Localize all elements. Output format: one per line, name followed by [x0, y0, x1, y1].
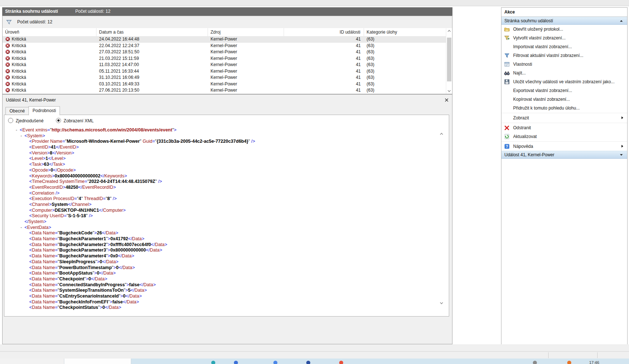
- chevron-up-icon[interactable]: [619, 19, 624, 23]
- actions-pane: Akce Stránka souhrnu událostíOtevřít ulo…: [501, 7, 628, 351]
- event-row[interactable]: Kritická11.03.2022 14:47:00Kernel-Power4…: [3, 62, 446, 68]
- event-level: Kritická: [12, 56, 26, 61]
- xml-line: <Security UserID="S-1-5-18" />: [15, 213, 435, 219]
- action-item[interactable]: Přidružit k tomuto pohledu úlohu...: [501, 104, 627, 112]
- taskbar-app-icon[interactable]: [273, 361, 277, 364]
- action-item[interactable]: Filtrovat aktuální vlastní zobrazení...: [501, 51, 627, 60]
- tab-inactive[interactable]: Obecné: [5, 107, 29, 115]
- xml-collapse-toggle[interactable]: -: [20, 225, 22, 231]
- summary-header-bar: Stránka souhrnu událostí Počet událostí:…: [2, 7, 452, 16]
- xml-line: -<Event xmlns="http://schemas.microsoft.…: [15, 127, 435, 133]
- action-section-header[interactable]: Událost 41, Kernel-Power: [501, 151, 627, 159]
- event-row[interactable]: Kritická24.04.2022 16:44:48Kernel-Power4…: [3, 36, 446, 43]
- event-row[interactable]: Kritická22.04.2022 12:24:37Kernel-Power4…: [3, 43, 446, 49]
- xml-collapse-toggle[interactable]: -: [20, 133, 22, 139]
- action-item[interactable]: Najít...: [501, 69, 627, 77]
- taskbar-app-icon[interactable]: [339, 361, 343, 364]
- task-category: (63): [364, 62, 446, 68]
- status-bar: [0, 351, 629, 359]
- action-item[interactable]: ?Nápověda: [501, 142, 627, 151]
- taskbar[interactable]: 17:46: [0, 359, 629, 364]
- action-item[interactable]: Zobrazit: [501, 114, 627, 122]
- action-label: Zobrazit: [513, 115, 529, 120]
- xml-collapse-toggle[interactable]: -: [16, 127, 17, 133]
- event-row[interactable]: Kritická03.10.2021 16:49:33Kernel-Power4…: [3, 81, 446, 88]
- taskbar-app-icon[interactable]: [533, 361, 537, 364]
- close-icon[interactable]: [444, 97, 449, 103]
- action-item[interactable]: Uložit všechny události ve vlastním zobr…: [501, 77, 627, 86]
- action-item[interactable]: Aktualizovat: [501, 132, 627, 141]
- action-item[interactable]: Kopírovat vlastní zobrazení...: [501, 95, 627, 104]
- xml-line: <Data Name="Checkpoint">0</Data>: [15, 276, 435, 282]
- scroll-down-icon[interactable]: [447, 88, 452, 93]
- event-row[interactable]: Kritická21.03.2022 15:11:59Kernel-Power4…: [3, 55, 446, 62]
- chevron-down-icon[interactable]: [619, 153, 624, 157]
- task-category: (63): [364, 68, 446, 75]
- taskbar-app-icon[interactable]: [211, 361, 215, 364]
- xml-line: <TimeCreated SystemTime="2022-04-24T14:4…: [15, 179, 435, 185]
- event-id: 41: [284, 87, 364, 94]
- action-item[interactable]: Odstranit: [501, 123, 627, 132]
- event-row[interactable]: Kritická05.11.2021 16:33:44Kernel-Power4…: [3, 68, 446, 75]
- save-icon: [504, 79, 510, 85]
- xml-line: <Provider Name="Microsoft-Windows-Kernel…: [15, 139, 435, 145]
- critical-icon: [5, 49, 10, 54]
- column-header[interactable]: Zdroj: [208, 28, 284, 36]
- action-item[interactable]: Otevřít uložený protokol...: [501, 25, 627, 34]
- action-section-header[interactable]: Stránka souhrnu událostí: [501, 17, 627, 25]
- event-source: Kernel-Power: [208, 36, 284, 43]
- critical-icon: [5, 43, 10, 48]
- action-item[interactable]: Importovat vlastní zobrazení...: [501, 42, 627, 51]
- tab-active[interactable]: Podrobnosti: [29, 106, 60, 115]
- scroll-up-icon[interactable]: [439, 131, 444, 137]
- scrollbar-thumb[interactable]: [447, 38, 451, 81]
- taskbar-app-icon[interactable]: [306, 361, 310, 364]
- critical-icon: [5, 56, 10, 61]
- taskbar-app-icon[interactable]: [567, 361, 571, 364]
- status-divider: [597, 352, 598, 358]
- xml-line: <Level>1</Level>: [15, 156, 435, 162]
- event-level: Kritická: [12, 75, 26, 80]
- filter-bar: Počet událostí: 12: [3, 16, 452, 28]
- view-option-radio[interactable]: Zobrazení XML: [56, 118, 94, 123]
- event-level: Kritická: [12, 88, 26, 93]
- taskbar-app-icon[interactable]: [234, 361, 238, 364]
- action-item[interactable]: Vytvořit vlastní zobrazení...: [501, 34, 627, 42]
- column-header[interactable]: Úroveň: [3, 28, 96, 36]
- event-row[interactable]: Kritická31.10.2021 16:06:49Kernel-Power4…: [3, 74, 446, 81]
- action-label: Vlastnosti: [513, 62, 532, 67]
- task-category: (63): [364, 87, 446, 94]
- column-header[interactable]: Datum a čas: [96, 28, 208, 36]
- view-option-radio[interactable]: Zjednodušené: [8, 118, 43, 123]
- event-row[interactable]: Kritická27.06.2021 20:13:50Kernel-Power4…: [3, 87, 446, 94]
- action-label: Najít...: [513, 70, 526, 76]
- taskbar-app-button[interactable]: [64, 359, 131, 364]
- xml-line: <EventID>41</EventID>: [15, 145, 435, 150]
- taskbar-clock[interactable]: 17:46: [589, 360, 599, 364]
- column-header[interactable]: ID události: [284, 28, 364, 36]
- event-source: Kernel-Power: [208, 43, 284, 49]
- event-level: Kritická: [12, 37, 26, 42]
- detail-tabs: ObecnéPodrobnosti: [5, 106, 60, 115]
- detail-panel: ZjednodušenéZobrazení XML -<Event xmlns=…: [4, 115, 449, 317]
- task-category: (63): [364, 49, 446, 55]
- event-detail-title: Událost 41, Kernel-Power: [6, 97, 56, 103]
- events-table-box: Počet událostí: 12 ÚroveňDatum a časZdro…: [2, 16, 452, 94]
- separator: [501, 141, 627, 142]
- event-viewer-screen: { "window": { "summary_header": {"title"…: [0, 0, 629, 364]
- event-level: Kritická: [12, 43, 26, 48]
- scroll-up-icon[interactable]: [447, 28, 452, 34]
- radio-unchecked-icon[interactable]: [8, 118, 13, 123]
- event-level: Kritická: [12, 81, 26, 87]
- action-item[interactable]: Exportovat vlastní zobrazení...: [501, 86, 627, 95]
- xml-line: <Data Name="SleepInProgress">0</Data>: [15, 259, 435, 265]
- column-header[interactable]: Kategorie úlohy: [364, 28, 446, 36]
- event-row[interactable]: Kritická27.03.2022 18:51:50Kernel-Power4…: [3, 49, 446, 55]
- refresh-icon: [504, 134, 510, 139]
- xml-line: <Channel>System</Channel>: [15, 202, 435, 208]
- scroll-down-icon[interactable]: [439, 300, 444, 306]
- events-scrollbar[interactable]: [446, 28, 452, 94]
- radio-checked-icon[interactable]: [56, 118, 61, 123]
- taskbar-left-segment: [0, 359, 64, 364]
- action-item[interactable]: Vlastnosti: [501, 60, 627, 69]
